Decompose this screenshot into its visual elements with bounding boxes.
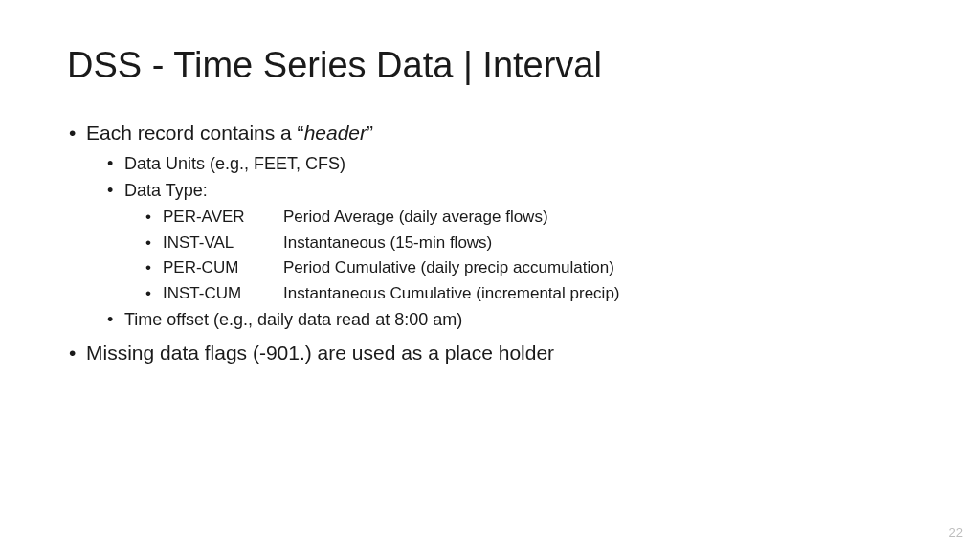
text-segment: ” [367, 121, 373, 143]
type-code: PER-CUM [163, 255, 283, 280]
bullet-missing-data: Missing data flags (-901.) are used as a… [67, 339, 913, 367]
text-italic-header: header [304, 121, 367, 143]
bullet-list: Each record contains a “header” Data Uni… [67, 119, 913, 367]
bullet-data-type: Data Type: PER-AVER Period Average (dail… [105, 178, 913, 305]
slide-title: DSS - Time Series Data | Interval [67, 46, 913, 86]
type-list: PER-AVER Period Average (daily average f… [124, 205, 913, 305]
slide: DSS - Time Series Data | Interval Each r… [0, 0, 980, 551]
bullet-time-offset: Time offset (e.g., daily data read at 8:… [105, 307, 913, 332]
type-desc: Period Average (daily average flows) [283, 205, 548, 230]
type-desc: Instantaneous Cumulative (incremental pr… [283, 281, 620, 306]
text-segment: Each record contains a “ [86, 121, 304, 143]
type-row: PER-CUM Period Cumulative (daily precip … [144, 255, 913, 280]
type-row: PER-AVER Period Average (daily average f… [144, 205, 913, 230]
bullet-data-units: Data Units (e.g., FEET, CFS) [105, 151, 913, 176]
sub-list: Data Units (e.g., FEET, CFS) Data Type: … [86, 151, 913, 332]
type-code: PER-AVER [163, 205, 283, 230]
type-row: INST-CUM Instantaneous Cumulative (incre… [144, 281, 913, 306]
type-row: INST-VAL Instantaneous (15-min flows) [144, 231, 913, 255]
text-segment: Data Type: [124, 181, 208, 200]
type-desc: Period Cumulative (daily precip accumula… [283, 255, 614, 280]
type-code: INST-VAL [163, 231, 283, 255]
bullet-header-record: Each record contains a “header” Data Uni… [67, 119, 913, 333]
type-code: INST-CUM [163, 281, 283, 306]
page-number: 22 [949, 525, 963, 540]
type-desc: Instantaneous (15-min flows) [283, 231, 492, 255]
